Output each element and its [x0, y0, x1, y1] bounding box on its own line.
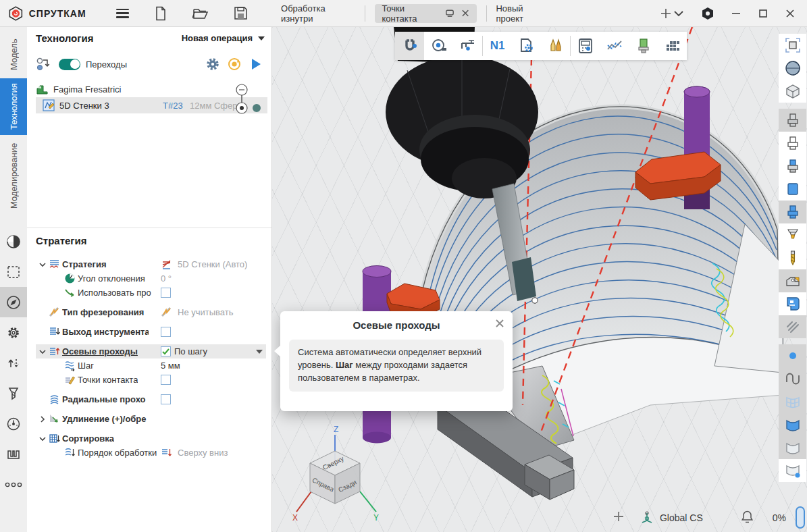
chevron-down-icon[interactable]: [38, 435, 47, 443]
new-file-icon[interactable]: [153, 5, 169, 22]
minimize-icon[interactable]: [731, 9, 741, 18]
calculator-icon[interactable]: [571, 32, 600, 60]
run-icon[interactable]: [247, 55, 265, 73]
caliper-icon[interactable]: [453, 32, 482, 60]
surface-grid-icon[interactable]: [779, 390, 806, 413]
transfer-arrows-icon[interactable]: [0, 348, 27, 378]
curve-icon[interactable]: [779, 367, 806, 390]
machine-sim-icon[interactable]: [779, 292, 806, 315]
surface-light-icon[interactable]: [779, 436, 806, 459]
tree-machine-row[interactable]: Fagima Fresatrici: [36, 81, 267, 97]
tool-holder-icon[interactable]: [629, 32, 658, 60]
param-row-milling-type[interactable]: Тип фрезерования Не учитывать: [36, 305, 266, 319]
param-row-deviation-angle[interactable]: Угол отклонения 0 °: [36, 271, 266, 286]
tab-technology[interactable]: Технология: [0, 78, 27, 135]
milling-type-value-icon: [161, 307, 172, 318]
new-operation-button[interactable]: Новая операция: [182, 33, 265, 43]
machine-part-icon[interactable]: [779, 269, 806, 292]
radial-passes-checkbox[interactable]: [161, 394, 171, 404]
shading-icon[interactable]: [0, 226, 27, 257]
workpiece-blue-top-icon[interactable]: [779, 155, 806, 178]
menu-icon[interactable]: [116, 9, 129, 18]
3d-viewport[interactable]: N1: [272, 27, 807, 532]
param-row-use-prog[interactable]: Использовать про: [36, 286, 266, 300]
gear-icon[interactable]: [0, 317, 27, 348]
param-row-step[interactable]: Шаг 5 мм: [36, 358, 266, 373]
tree-operation-row[interactable]: 5D Стенки 3 Т#23 12мм Сфери: [36, 97, 267, 113]
add-tab-icon[interactable]: [658, 5, 673, 22]
chevron-right-icon[interactable]: [38, 415, 47, 423]
machine-name: Fagima Fresatrici: [53, 84, 121, 95]
surface-point-icon[interactable]: [779, 459, 806, 482]
program-settings-icon[interactable]: [512, 32, 541, 60]
param-row-tool-exit[interactable]: Выход инструмента: [36, 325, 266, 339]
dropdown-button[interactable]: [254, 346, 265, 356]
popup-arrow: [274, 345, 281, 357]
progress-pill[interactable]: [796, 506, 805, 529]
workpiece-white-icon[interactable]: [779, 132, 806, 155]
open-file-icon[interactable]: [192, 5, 209, 22]
param-row-axial-passes[interactable]: Осевые проходы По шагу: [36, 344, 266, 358]
tool-drill-bit-icon[interactable]: [779, 246, 806, 269]
maximize-icon[interactable]: [758, 9, 768, 18]
vice-icon[interactable]: [0, 439, 27, 469]
compass-tool-icon[interactable]: [0, 287, 27, 317]
param-row-machining-order[interactable]: Порядок обработки Сверху вниз: [36, 446, 266, 460]
selection-box-icon[interactable]: [0, 257, 27, 287]
surface-blue-icon[interactable]: [779, 413, 806, 436]
toolpath-hatch-icon[interactable]: [779, 315, 806, 338]
param-row-extension-trim[interactable]: Удлинение (+)/обре: [36, 412, 266, 426]
close-icon[interactable]: [495, 319, 504, 330]
close-tab-icon[interactable]: [461, 9, 469, 18]
workpiece-gray-icon[interactable]: [779, 109, 806, 132]
snap-magnet-icon[interactable]: [395, 32, 424, 60]
axial-passes-checkbox[interactable]: [161, 346, 171, 356]
param-row-sorting[interactable]: Сортировка: [36, 431, 266, 446]
point-icon[interactable]: [779, 344, 806, 367]
measure-tape-icon[interactable]: [424, 32, 453, 60]
app-window: СПРУТКАМ Обработка изнутри Точки контакт…: [0, 0, 807, 532]
stock-block-icon[interactable]: [779, 178, 806, 201]
param-row-contact-points[interactable]: Точки контакта: [36, 373, 266, 387]
use-prog-checkbox[interactable]: [161, 288, 171, 298]
chevron-down-icon[interactable]: [38, 261, 47, 269]
chevron-down-icon[interactable]: [38, 348, 47, 356]
tool-tip-point: [532, 298, 538, 303]
bell-icon[interactable]: [741, 510, 754, 526]
shaded-sphere-icon[interactable]: [779, 57, 806, 80]
more-icon[interactable]: [0, 469, 27, 500]
tool-holder-tip-icon[interactable]: [779, 223, 806, 246]
transitions-toggle[interactable]: [59, 59, 80, 70]
tab-pinned-active[interactable]: Точки контакта: [375, 4, 476, 23]
gauge-icon[interactable]: [0, 408, 27, 439]
tab-model[interactable]: Модель: [0, 31, 27, 78]
cs-label[interactable]: Global CS: [660, 512, 703, 523]
param-row-radial-passes[interactable]: Радиальные прохо: [36, 392, 266, 406]
tab-document[interactable]: Обработка изнутри: [281, 3, 355, 24]
graph-icon[interactable]: [600, 32, 629, 60]
wireframe-box-icon[interactable]: [779, 80, 806, 103]
machine-blocks-icon[interactable]: [658, 32, 687, 60]
strategy-section: Стратегия Стратегия 5D Стенки (Авто) Уго…: [36, 235, 266, 460]
navigation-cube[interactable]: Сверху Справа Сзади Z X Y: [291, 424, 382, 529]
recalculate-icon[interactable]: [226, 55, 243, 73]
tab-simulation[interactable]: Моделирование: [0, 135, 27, 216]
save-icon[interactable]: [233, 5, 249, 22]
cs-tripod-icon[interactable]: [640, 510, 654, 525]
frame-select-icon[interactable]: [779, 34, 806, 57]
tool-exit-checkbox[interactable]: [161, 327, 171, 337]
tab-new-project[interactable]: Новый проект: [496, 3, 550, 24]
param-row-strategy[interactable]: Стратегия 5D Стенки (Авто): [36, 257, 266, 271]
gcode-n1-icon[interactable]: N1: [483, 32, 512, 60]
operation-settings-gear-icon[interactable]: [204, 55, 222, 73]
tools-library-icon[interactable]: [541, 32, 570, 60]
workpiece-blue-icon[interactable]: [779, 201, 806, 223]
settings-hex-icon[interactable]: [702, 7, 714, 20]
contact-points-checkbox[interactable]: [161, 375, 171, 385]
tool-drill-icon[interactable]: [0, 378, 27, 408]
collapse-ribbon-icon[interactable]: [673, 10, 684, 17]
pin-tab-icon[interactable]: [445, 9, 454, 18]
close-window-icon[interactable]: [785, 9, 795, 18]
transitions-label: Переходы: [86, 59, 127, 70]
add-cs-icon[interactable]: [613, 510, 625, 525]
